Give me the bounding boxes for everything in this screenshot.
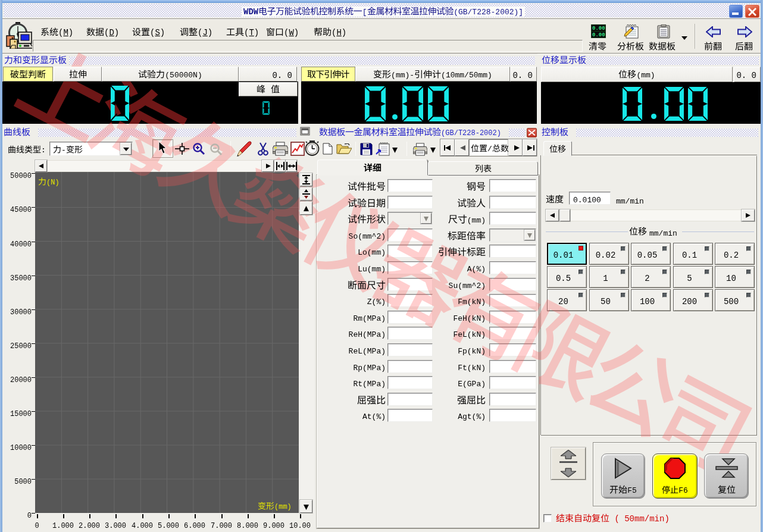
svg-text:0.00: 0.00 — [592, 26, 605, 32]
svg-text:0.00: 0.00 — [592, 32, 605, 38]
